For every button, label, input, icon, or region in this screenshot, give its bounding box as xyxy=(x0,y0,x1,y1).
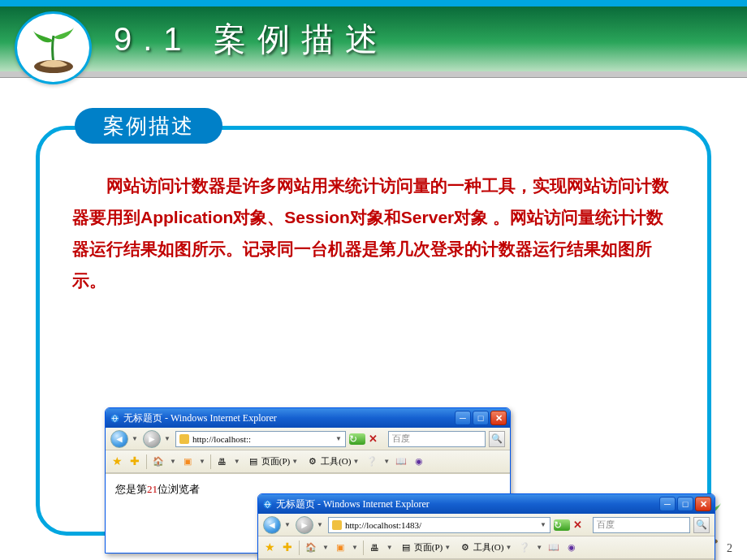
slide-title: 9.1 案例描述 xyxy=(114,17,389,62)
address-toolbar: ◄ ▼ ► ▼ http://localhost:1483/ ▼ ↻ ✕ 百度 … xyxy=(258,514,715,536)
go-button[interactable]: ↻ xyxy=(349,433,365,445)
feeds-caret[interactable]: ▼ xyxy=(199,458,205,465)
window-title: 无标题页 - Windows Internet Explorer xyxy=(123,411,451,425)
content-suffix: 位浏览者 xyxy=(158,483,200,495)
home-caret[interactable]: ▼ xyxy=(322,544,329,551)
search-box[interactable]: 百度 xyxy=(593,517,690,533)
favorites-star-icon[interactable]: ★ xyxy=(110,455,123,468)
feeds-icon[interactable]: ▣ xyxy=(334,541,347,554)
content-prefix: 您是第 xyxy=(115,483,147,495)
window-buttons: ─ □ ✕ xyxy=(455,411,507,425)
tools-menu[interactable]: ⚙工具(O)▼ xyxy=(304,455,361,468)
gear-icon: ⚙ xyxy=(459,541,472,554)
page-icon: ▤ xyxy=(247,455,260,468)
separator xyxy=(210,454,211,469)
research-icon[interactable]: 📖 xyxy=(395,455,408,468)
url-dropdown-caret[interactable]: ▼ xyxy=(335,435,342,442)
separator xyxy=(146,454,147,469)
gear-icon: ⚙ xyxy=(306,455,319,468)
ie-icon xyxy=(261,498,273,510)
home-icon[interactable]: 🏠 xyxy=(304,541,317,554)
ie-window-2: 无标题页 - Windows Internet Explorer ─ □ ✕ ◄… xyxy=(257,493,715,560)
page-icon xyxy=(332,520,342,530)
research-icon[interactable]: 📖 xyxy=(547,541,560,554)
tools-menu[interactable]: ⚙工具(O)▼ xyxy=(457,541,513,554)
forward-button[interactable]: ► xyxy=(296,516,313,534)
window-title: 无标题页 - Windows Internet Explorer xyxy=(276,498,656,511)
close-button[interactable]: ✕ xyxy=(695,497,711,511)
help-icon[interactable]: ❔ xyxy=(365,455,378,468)
print-icon[interactable]: 🖶 xyxy=(369,541,382,554)
maximize-button[interactable]: □ xyxy=(677,497,693,511)
favorites-star-icon[interactable]: ★ xyxy=(263,541,276,554)
ie-icon xyxy=(109,412,120,424)
page-menu-label: 页面(P) xyxy=(261,455,290,467)
print-caret[interactable]: ▼ xyxy=(234,458,240,465)
back-menu-caret[interactable]: ▼ xyxy=(284,521,292,528)
add-favorite-icon[interactable]: ✚ xyxy=(128,455,141,468)
print-caret[interactable]: ▼ xyxy=(386,544,393,551)
stop-button[interactable]: ✕ xyxy=(573,519,589,531)
url-text: http://localhost:: xyxy=(192,434,251,444)
tools-menu-label: 工具(O) xyxy=(473,541,503,554)
search-button[interactable]: 🔍 xyxy=(489,431,505,447)
address-bar[interactable]: http://localhost:1483/ ▼ xyxy=(328,517,551,533)
search-box[interactable]: 百度 xyxy=(388,431,486,447)
window-buttons: ─ □ ✕ xyxy=(659,497,711,511)
forward-button[interactable]: ► xyxy=(143,430,161,448)
section-pill: 案例描述 xyxy=(75,108,222,144)
url-text: http://localhost:1483/ xyxy=(345,520,421,530)
search-button[interactable]: 🔍 xyxy=(693,517,710,533)
search-placeholder: 百度 xyxy=(392,433,410,445)
banner-underline xyxy=(0,71,747,78)
messenger-icon[interactable]: ◉ xyxy=(412,455,425,468)
slide-header: 9.1 案例描述 xyxy=(0,0,747,97)
home-caret[interactable]: ▼ xyxy=(170,458,176,465)
leaf-logo xyxy=(15,11,92,84)
feeds-icon[interactable]: ▣ xyxy=(181,455,194,468)
separator xyxy=(363,541,364,555)
maximize-button[interactable]: □ xyxy=(473,411,489,425)
forward-menu-caret[interactable]: ▼ xyxy=(317,521,325,528)
minimize-button[interactable]: ─ xyxy=(455,411,471,425)
back-button[interactable]: ◄ xyxy=(263,516,281,534)
titlebar[interactable]: 无标题页 - Windows Internet Explorer ─ □ ✕ xyxy=(106,408,510,428)
sprout-icon xyxy=(25,19,82,76)
go-button[interactable]: ↻ xyxy=(554,519,570,531)
section-pill-label: 案例描述 xyxy=(103,112,194,140)
visitor-count: 21 xyxy=(147,483,158,495)
page-icon xyxy=(179,434,189,444)
close-button[interactable]: ✕ xyxy=(490,411,507,425)
address-bar[interactable]: http://localhost:: ▼ xyxy=(175,431,346,447)
forward-menu-caret[interactable]: ▼ xyxy=(164,435,172,442)
page-icon: ▤ xyxy=(399,541,412,554)
page-menu-label: 页面(P) xyxy=(414,541,443,554)
page-menu[interactable]: ▤页面(P)▼ xyxy=(245,455,300,468)
feeds-caret[interactable]: ▼ xyxy=(352,544,358,551)
page-menu[interactable]: ▤页面(P)▼ xyxy=(398,541,452,554)
url-dropdown-caret[interactable]: ▼ xyxy=(540,521,546,528)
top-accent-bar xyxy=(0,0,747,6)
back-menu-caret[interactable]: ▼ xyxy=(132,435,140,442)
body-paragraph: 网站访问计数器是许多网站用来统计访问量的一种工具，实现网站访问计数器要用到App… xyxy=(40,130,707,304)
title-banner: 9.1 案例描述 xyxy=(0,6,747,71)
address-toolbar: ◄ ▼ ► ▼ http://localhost:: ▼ ↻ ✕ 百度 🔍 xyxy=(106,428,510,450)
body-paragraph-text: 网站访问计数器是许多网站用来统计访问量的一种工具，实现网站访问计数器要用到App… xyxy=(72,170,675,296)
page-number: 2 xyxy=(727,542,732,555)
help-icon[interactable]: ❔ xyxy=(518,541,531,554)
command-toolbar: ★ ✚ 🏠▼ ▣▼ 🖶▼ ▤页面(P)▼ ⚙工具(O)▼ ❔▼ 📖 ◉ xyxy=(106,450,510,473)
home-icon[interactable]: 🏠 xyxy=(152,455,165,468)
separator xyxy=(299,541,300,555)
messenger-icon[interactable]: ◉ xyxy=(565,541,578,554)
command-toolbar: ★ ✚ 🏠▼ ▣▼ 🖶▼ ▤页面(P)▼ ⚙工具(O)▼ ❔▼ 📖 ◉ xyxy=(258,536,715,559)
search-placeholder: 百度 xyxy=(597,519,615,531)
back-button[interactable]: ◄ xyxy=(110,430,128,448)
help-caret[interactable]: ▼ xyxy=(383,458,390,465)
help-caret[interactable]: ▼ xyxy=(536,544,542,551)
add-favorite-icon[interactable]: ✚ xyxy=(281,541,294,554)
minimize-button[interactable]: ─ xyxy=(659,497,676,511)
stop-button[interactable]: ✕ xyxy=(369,433,385,445)
tools-menu-label: 工具(O) xyxy=(321,455,351,467)
print-icon[interactable]: 🖶 xyxy=(216,455,229,468)
titlebar[interactable]: 无标题页 - Windows Internet Explorer ─ □ ✕ xyxy=(258,494,715,514)
